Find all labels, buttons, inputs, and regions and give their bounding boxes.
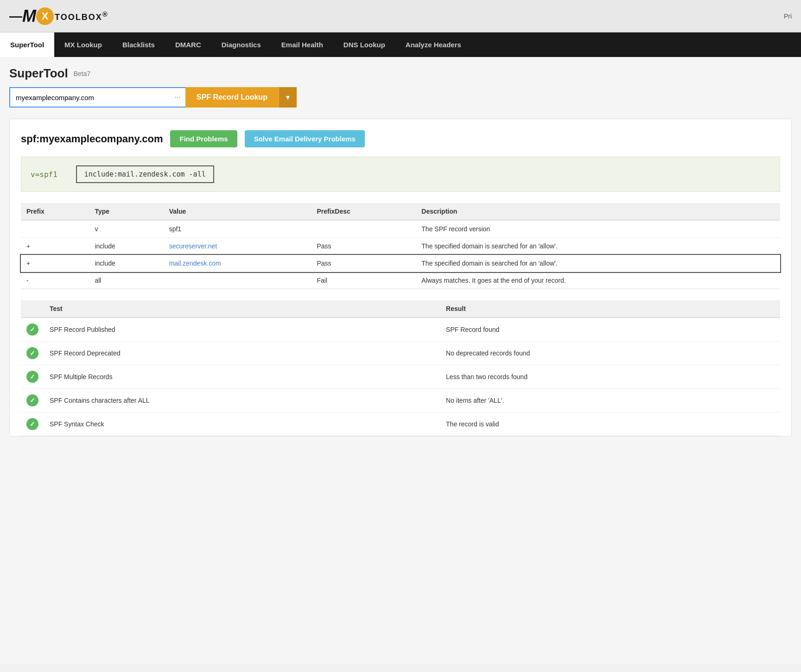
cell-type: include — [89, 255, 163, 272]
cell-type: v — [89, 220, 163, 238]
cell-result: The record is valid — [440, 412, 780, 436]
col-value: Value — [164, 203, 312, 220]
cell-result: No deprecated records found — [440, 342, 780, 365]
check-icon: ✓ — [26, 394, 38, 406]
cell-check-icon: ✓ — [21, 342, 44, 365]
cell-test: SPF Syntax Check — [44, 412, 440, 436]
nav-dmarc[interactable]: DMARC — [165, 32, 211, 57]
nav-analyze-headers[interactable]: Analyze Headers — [395, 32, 471, 57]
cell-description: Always matches. It goes at the end of yo… — [416, 272, 780, 289]
cell-prefixdesc: Pass — [311, 255, 416, 272]
test-row: ✓SPF Syntax CheckThe record is valid — [21, 412, 780, 436]
cell-description: The specified domain is searched for an … — [416, 238, 780, 255]
spf-version-text: v=spf1 — [31, 170, 57, 179]
spf-record-value: include:mail.zendesk.com -all — [76, 165, 214, 183]
cell-prefixdesc: Pass — [311, 238, 416, 255]
logo-x-circle: X — [36, 7, 54, 25]
value-link[interactable]: secureserver.net — [169, 242, 217, 250]
search-input-wrapper: ⋯ — [9, 87, 185, 108]
cell-test: SPF Contains characters after ALL — [44, 389, 440, 412]
check-icon: ✓ — [26, 347, 38, 359]
top-bar: — M X TOOLBOX® Pri — [0, 0, 801, 32]
supertool-header: SuperTool Beta7 — [9, 66, 792, 81]
main-content: SuperTool Beta7 ⋯ SPF Record Lookup ▼ sp… — [0, 57, 801, 664]
cell-test: SPF Record Deprecated — [44, 342, 440, 365]
cell-value[interactable]: secureserver.net — [164, 238, 312, 255]
search-bar: ⋯ SPF Record Lookup ▼ — [9, 87, 792, 108]
beta-badge: Beta7 — [74, 70, 91, 77]
cell-prefix: - — [21, 272, 89, 289]
check-icon: ✓ — [26, 371, 38, 383]
logo-toolbox: TOOLBOX® — [55, 10, 108, 22]
cell-description: The SPF record version — [416, 220, 780, 238]
nav-diagnostics[interactable]: Diagnostics — [211, 32, 271, 57]
top-right-text: Pri — [784, 13, 792, 20]
logo-m: M — [22, 6, 35, 26]
nav-supertool[interactable]: SuperTool — [0, 32, 54, 57]
spf-title-row: spf:myexamplecompany.com Find Problems S… — [21, 130, 780, 147]
search-input[interactable] — [9, 87, 185, 108]
table-row: +includemail.zendesk.comPassThe specifie… — [21, 255, 780, 272]
col-type: Type — [89, 203, 163, 220]
table-row: +includesecureserver.netPassThe specifie… — [21, 238, 780, 255]
lookup-dropdown-button[interactable]: ▼ — [279, 87, 297, 108]
test-row: ✓SPF Record DeprecatedNo deprecated reco… — [21, 342, 780, 365]
cell-prefix — [21, 220, 89, 238]
options-icon[interactable]: ⋯ — [174, 94, 181, 101]
test-table: Test Result ✓SPF Record PublishedSPF Rec… — [21, 300, 780, 436]
cell-value: spf1 — [164, 220, 312, 238]
test-row: ✓SPF Contains characters after ALLNo ite… — [21, 389, 780, 412]
check-icon: ✓ — [26, 323, 38, 336]
col-prefix: Prefix — [21, 203, 89, 220]
solve-email-delivery-button[interactable]: Solve Email Delivery Problems — [245, 130, 365, 147]
cell-prefixdesc: Fail — [311, 272, 416, 289]
spf-domain-title: spf:myexamplecompany.com — [21, 133, 163, 145]
cell-value — [164, 272, 312, 289]
col-description: Description — [416, 203, 780, 220]
nav-email-health[interactable]: Email Health — [271, 32, 333, 57]
nav-mx-lookup[interactable]: MX Lookup — [54, 32, 112, 57]
cell-check-icon: ✓ — [21, 389, 44, 412]
nav-bar: SuperTool MX Lookup Blacklists DMARC Dia… — [0, 32, 801, 57]
cell-description: The specified domain is searched for an … — [416, 255, 780, 272]
col-icon — [21, 300, 44, 317]
supertool-title: SuperTool — [9, 66, 68, 81]
logo-dash: — — [9, 9, 22, 24]
logo: — M X TOOLBOX® — [9, 6, 108, 26]
spf-record-box: v=spf1 include:mail.zendesk.com -all — [21, 157, 780, 192]
cell-type: all — [89, 272, 163, 289]
col-prefixdesc: PrefixDesc — [311, 203, 416, 220]
cell-result: Less than two records found — [440, 365, 780, 389]
test-row: ✓SPF Multiple RecordsLess than two recor… — [21, 365, 780, 389]
cell-prefix: + — [21, 255, 89, 272]
test-row: ✓SPF Record PublishedSPF Record found — [21, 317, 780, 342]
find-problems-button[interactable]: Find Problems — [170, 130, 237, 147]
nav-dns-lookup[interactable]: DNS Lookup — [333, 32, 395, 57]
cell-test: SPF Record Published — [44, 317, 440, 342]
cell-value[interactable]: mail.zendesk.com — [164, 255, 312, 272]
cell-check-icon: ✓ — [21, 365, 44, 389]
value-link[interactable]: mail.zendesk.com — [169, 260, 221, 267]
check-icon: ✓ — [26, 418, 38, 430]
results-card: spf:myexamplecompany.com Find Problems S… — [9, 119, 792, 437]
col-test: Test — [44, 300, 440, 317]
cell-type: include — [89, 238, 163, 255]
cell-prefixdesc — [311, 220, 416, 238]
records-table: Prefix Type Value PrefixDesc Description… — [21, 203, 780, 289]
cell-check-icon: ✓ — [21, 317, 44, 342]
table-row: -allFailAlways matches. It goes at the e… — [21, 272, 780, 289]
table-row: vspf1The SPF record version — [21, 220, 780, 238]
cell-result: No items after 'ALL'. — [440, 389, 780, 412]
cell-prefix: + — [21, 238, 89, 255]
nav-blacklists[interactable]: Blacklists — [112, 32, 165, 57]
lookup-button[interactable]: SPF Record Lookup — [185, 87, 279, 108]
cell-check-icon: ✓ — [21, 412, 44, 436]
col-result: Result — [440, 300, 780, 317]
cell-result: SPF Record found — [440, 317, 780, 342]
cell-test: SPF Multiple Records — [44, 365, 440, 389]
